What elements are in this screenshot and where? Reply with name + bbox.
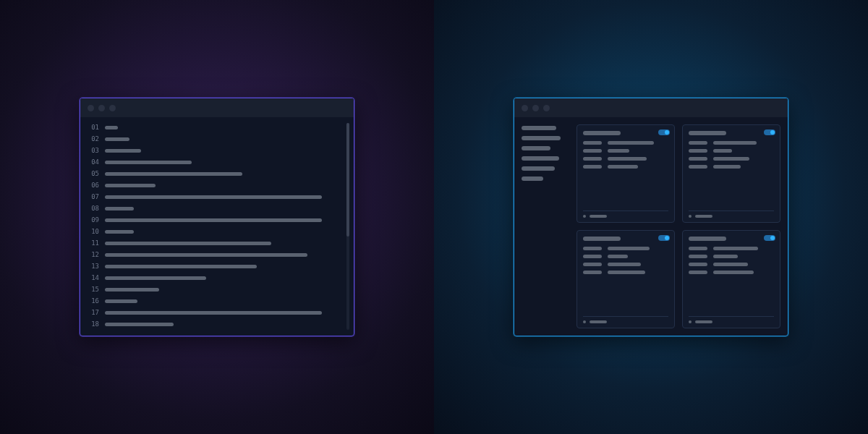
card-toggle[interactable] bbox=[658, 129, 670, 135]
row-value-placeholder bbox=[608, 263, 641, 266]
window-titlebar bbox=[80, 98, 354, 117]
card-row bbox=[583, 263, 668, 266]
code-line[interactable]: 18 bbox=[88, 318, 344, 330]
code-line[interactable]: 09 bbox=[88, 214, 344, 226]
code-content-placeholder bbox=[105, 288, 159, 292]
row-key-placeholder bbox=[583, 157, 602, 161]
row-key-placeholder bbox=[583, 247, 602, 250]
line-number: 08 bbox=[88, 203, 99, 214]
pane-dashboard bbox=[434, 0, 868, 434]
traffic-light-min-icon[interactable] bbox=[532, 105, 539, 111]
code-line[interactable]: 10 bbox=[88, 226, 344, 237]
row-value-placeholder bbox=[608, 255, 628, 258]
dashboard-card[interactable] bbox=[682, 230, 780, 328]
row-value-placeholder bbox=[713, 263, 748, 266]
row-key-placeholder bbox=[689, 157, 707, 161]
traffic-light-max-icon[interactable] bbox=[109, 105, 116, 111]
code-line[interactable]: 05 bbox=[88, 168, 344, 179]
line-number: 09 bbox=[88, 214, 99, 226]
code-content-placeholder bbox=[105, 149, 141, 153]
pane-code: 010203040506070809101112131415161718 bbox=[0, 0, 434, 434]
code-line[interactable]: 16 bbox=[88, 295, 344, 307]
line-number: 14 bbox=[88, 272, 99, 284]
code-line[interactable]: 11 bbox=[88, 237, 344, 249]
code-content-placeholder bbox=[105, 323, 174, 326]
dashboard-card[interactable] bbox=[576, 124, 675, 223]
card-row bbox=[689, 247, 774, 250]
dashboard-card[interactable] bbox=[682, 124, 780, 223]
sidebar-item[interactable] bbox=[522, 166, 555, 171]
card-footer bbox=[689, 316, 774, 323]
footer-label-placeholder bbox=[695, 320, 712, 323]
code-content-placeholder bbox=[105, 172, 242, 176]
line-number: 05 bbox=[88, 168, 99, 179]
card-title-placeholder bbox=[583, 131, 621, 135]
card-rows bbox=[689, 141, 774, 206]
dashboard-sidebar bbox=[522, 124, 569, 328]
dashboard-grid bbox=[576, 124, 780, 328]
card-row bbox=[583, 149, 668, 153]
traffic-light-close-icon[interactable] bbox=[522, 105, 528, 111]
code-content-placeholder bbox=[105, 311, 322, 315]
traffic-light-min-icon[interactable] bbox=[98, 105, 105, 111]
card-row bbox=[583, 141, 668, 145]
code-line[interactable]: 13 bbox=[88, 260, 344, 272]
editor-scrollbar[interactable] bbox=[346, 123, 349, 330]
traffic-light-max-icon[interactable] bbox=[543, 105, 550, 111]
code-content-placeholder bbox=[105, 299, 137, 303]
sidebar-item[interactable] bbox=[522, 176, 543, 181]
row-value-placeholder bbox=[713, 255, 738, 258]
row-key-placeholder bbox=[583, 255, 602, 258]
row-value-placeholder bbox=[608, 157, 647, 161]
sidebar-item[interactable] bbox=[522, 126, 556, 130]
card-toggle[interactable] bbox=[658, 235, 670, 241]
code-content-placeholder bbox=[105, 253, 307, 257]
row-value-placeholder bbox=[608, 149, 629, 153]
card-footer bbox=[583, 316, 668, 323]
editor-body[interactable]: 010203040506070809101112131415161718 bbox=[80, 117, 354, 336]
card-toggle[interactable] bbox=[764, 129, 775, 135]
card-row bbox=[689, 149, 774, 153]
code-line[interactable]: 02 bbox=[88, 133, 344, 145]
code-content-placeholder bbox=[105, 184, 156, 187]
line-number: 12 bbox=[88, 249, 99, 260]
row-key-placeholder bbox=[583, 141, 602, 145]
code-line[interactable]: 12 bbox=[88, 249, 344, 260]
card-toggle[interactable] bbox=[764, 235, 775, 241]
footer-label-placeholder bbox=[590, 320, 607, 323]
code-line[interactable]: 06 bbox=[88, 179, 344, 191]
line-number: 17 bbox=[88, 307, 99, 318]
row-value-placeholder bbox=[713, 271, 754, 274]
card-row bbox=[583, 271, 668, 274]
code-content-placeholder bbox=[105, 161, 192, 164]
code-line[interactable]: 07 bbox=[88, 191, 344, 203]
code-line[interactable]: 08 bbox=[88, 203, 344, 214]
row-value-placeholder bbox=[608, 165, 638, 169]
sidebar-item[interactable] bbox=[522, 136, 561, 140]
footer-label-placeholder bbox=[590, 215, 607, 218]
dashboard-card[interactable] bbox=[576, 230, 675, 328]
card-footer bbox=[583, 210, 668, 218]
card-rows bbox=[689, 247, 774, 312]
code-line[interactable]: 15 bbox=[88, 284, 344, 295]
code-line[interactable]: 04 bbox=[88, 156, 344, 168]
status-dot-icon bbox=[689, 215, 692, 218]
traffic-light-close-icon[interactable] bbox=[88, 105, 94, 111]
scrollbar-thumb[interactable] bbox=[346, 123, 349, 237]
sidebar-item[interactable] bbox=[522, 156, 559, 161]
code-content-placeholder bbox=[105, 126, 118, 129]
window-titlebar bbox=[514, 98, 788, 117]
sidebar-item[interactable] bbox=[522, 146, 550, 150]
row-key-placeholder bbox=[689, 271, 707, 274]
line-number: 01 bbox=[88, 122, 99, 133]
code-line[interactable]: 03 bbox=[88, 145, 344, 156]
row-value-placeholder bbox=[713, 247, 758, 250]
code-line[interactable]: 17 bbox=[88, 307, 344, 318]
code-content-placeholder bbox=[105, 207, 134, 210]
code-line[interactable]: 01 bbox=[88, 122, 344, 133]
row-key-placeholder bbox=[689, 141, 707, 145]
card-row bbox=[689, 271, 774, 274]
row-value-placeholder bbox=[608, 141, 654, 145]
card-row bbox=[583, 157, 668, 161]
code-line[interactable]: 14 bbox=[88, 272, 344, 284]
